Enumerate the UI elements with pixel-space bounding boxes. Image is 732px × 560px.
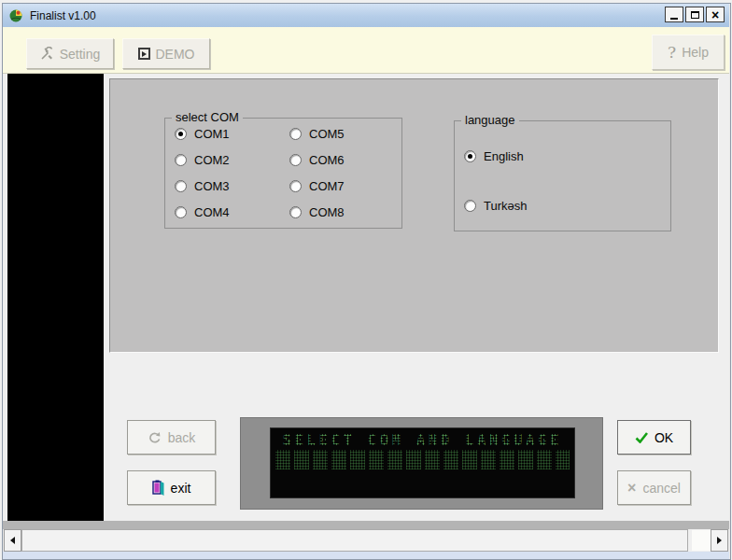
radio-label: COM5 [309,127,345,141]
com-groupbox-label: select COM [172,110,243,125]
maximize-icon [691,11,699,19]
radio-option-com3[interactable]: COM3 [175,178,230,194]
demo-button[interactable]: DEMO [122,38,210,69]
radio-option-com4[interactable]: COM4 [175,204,230,220]
language-groupbox: language English Turkəsh [454,120,671,231]
radio-label: English [484,149,524,163]
radio-label: COM1 [194,127,230,141]
window-bottom-frame [3,552,729,559]
radio-option-com2[interactable]: COM2 [175,152,230,168]
play-icon [138,48,150,60]
radio-label: COM4 [194,205,230,219]
right-arrow-icon [717,537,722,544]
radio-button [175,180,187,192]
ok-button-label: OK [655,430,673,445]
close-icon: × [711,8,719,21]
radio-option-turkish[interactable]: Turkəsh [464,198,527,214]
led-display-screen: SELECT COM AND LANGUAGE [270,427,575,498]
exit-door-icon [152,480,164,496]
setting-button-label: Setting [60,47,101,62]
minimize-button[interactable] [665,7,683,22]
left-black-panel [7,74,104,521]
close-button[interactable]: × [706,7,725,22]
help-button-label: Help [682,45,709,60]
radio-label: COM6 [309,153,345,167]
back-button[interactable]: back [127,420,216,455]
toolbar: Setting DEMO ? Help [3,27,729,74]
setting-icon [40,47,54,61]
radio-button [464,200,476,212]
radio-button [175,206,187,218]
radio-label: COM3 [194,179,230,193]
setting-button[interactable]: Setting [26,38,114,69]
scroll-thumb[interactable] [21,529,688,552]
language-groupbox-label: language [461,113,519,128]
led-dim-row [275,450,570,469]
radio-option-com1[interactable]: COM1 [175,126,230,142]
back-button-label: back [168,430,196,445]
horizontal-scrollbar[interactable] [4,529,728,552]
demo-button-label: DEMO [156,47,195,62]
app-icon [8,8,23,23]
radio-option-com7[interactable]: COM7 [289,178,345,194]
maximize-button[interactable] [685,7,704,22]
radio-button [175,128,187,140]
bottom-strip [3,521,729,529]
left-arrow-icon [10,537,15,544]
app-window: Finalist v1.00 × Setting DEMO ? Help [0,0,732,560]
window-title: Finalist v1.00 [30,9,96,22]
titlebar: Finalist v1.00 × [3,4,729,28]
radio-button [289,180,302,192]
radio-button [289,154,302,166]
checkmark-icon [635,432,648,443]
com-groupbox: select COM COM1 COM2 COM3 COM4 COM5 COM6… [164,118,402,229]
refresh-back-icon [148,431,162,444]
exit-button-label: exit [171,481,191,496]
radio-option-com6[interactable]: COM6 [289,152,345,168]
radio-label: Turkəsh [484,199,527,213]
radio-label: COM7 [309,179,345,193]
x-icon: × [627,481,636,496]
ok-button[interactable]: OK [617,420,691,455]
radio-label: COM2 [194,153,230,167]
radio-label: COM8 [309,205,345,219]
scroll-left-button[interactable] [4,529,21,552]
scroll-right-button[interactable] [711,529,728,552]
led-message: SELECT COM AND LANGUAGE [271,432,574,449]
cancel-button[interactable]: × cancel [617,470,691,505]
help-button[interactable]: ? Help [652,35,725,70]
scroll-track[interactable] [692,530,711,551]
radio-button [289,206,302,218]
radio-button [175,154,187,166]
radio-button [464,150,476,162]
radio-option-com5[interactable]: COM5 [289,126,345,142]
radio-option-english[interactable]: English [464,148,524,164]
radio-option-com8[interactable]: COM8 [289,204,345,220]
radio-button [289,128,302,140]
minimize-icon [670,18,678,20]
exit-button[interactable]: exit [127,470,216,505]
cancel-button-label: cancel [642,481,680,496]
question-mark-icon: ? [668,43,676,62]
